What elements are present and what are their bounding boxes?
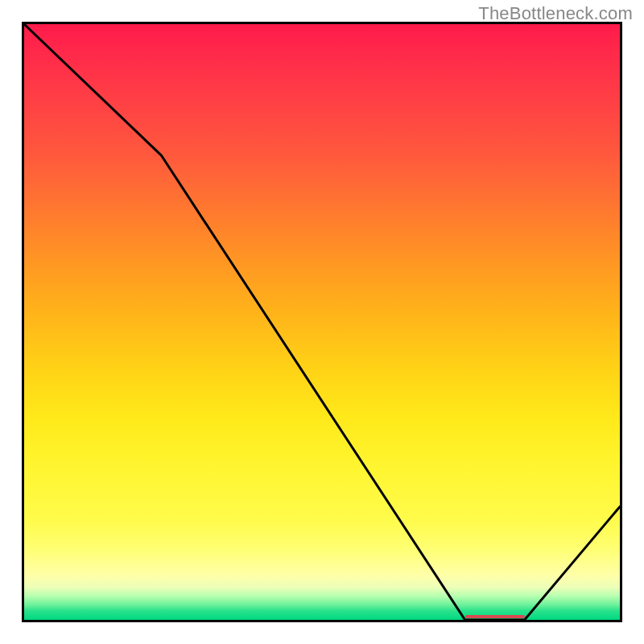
chart-line-svg [24, 24, 620, 620]
chart-plot-area [22, 22, 622, 622]
optimum-range-marker [465, 615, 525, 618]
bottleneck-curve-path [24, 24, 620, 620]
